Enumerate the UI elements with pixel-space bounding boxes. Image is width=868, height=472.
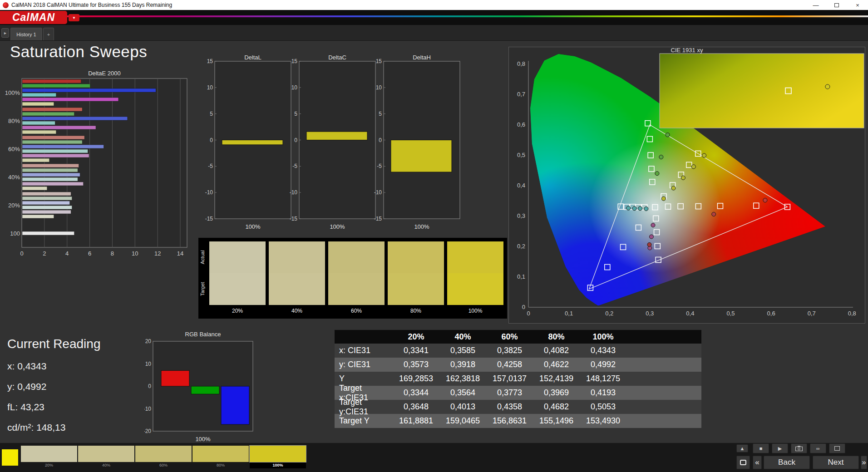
loop-button[interactable]: ∞ [810, 443, 826, 453]
actual-swatch [328, 241, 385, 273]
panel-toggle-button[interactable]: ▸ [1, 28, 9, 38]
deltac-chart: DeltaC151050-5-10-15100% [286, 53, 382, 236]
svg-text:-10: -10 [144, 406, 151, 412]
deltae-bar [22, 126, 96, 129]
table-cell: 0,4358 [486, 402, 533, 412]
pattern-swatch-20%[interactable]: 20% [21, 446, 77, 468]
logo-dropdown-button[interactable]: ▼ [69, 14, 79, 21]
swatch-column-40%: 40% [269, 241, 325, 314]
table-col-header: 40% [439, 332, 486, 342]
measurement-table: 20%40%60%80%100%x: CIE310,33410,35850,38… [335, 330, 701, 428]
play-button[interactable]: ▶ [772, 443, 788, 453]
pattern-swatch-60%[interactable]: 60% [135, 446, 192, 468]
cie-measured-point [671, 186, 676, 190]
window-titlebar: CalMAN 2018 CalMAN Ultimate for Business… [0, 0, 868, 10]
actual-swatch [388, 241, 444, 273]
pattern-swatch-40%[interactable]: 40% [78, 446, 134, 468]
pattern-swatch-100%[interactable]: 100% [250, 446, 306, 468]
bottom-bar: 20%40%60%80%100% ▲ ■ ▶ ∞ « Back Next » [0, 443, 868, 472]
cie-measured-point [644, 206, 648, 211]
svg-text:0: 0 [522, 304, 525, 310]
svg-text:0,8: 0,8 [848, 310, 856, 317]
camera-button[interactable] [791, 443, 807, 453]
deltae-bar [22, 168, 78, 172]
svg-text:0,8: 0,8 [517, 60, 525, 67]
svg-text:DeltaE 2000: DeltaE 2000 [88, 70, 121, 77]
deltae-bar [22, 117, 128, 120]
target-swatch [269, 273, 325, 305]
main-content: Saturation Sweeps DeltaE 200002468101214… [0, 41, 868, 443]
table-cell: 155,1496 [533, 416, 580, 426]
rgb-balance-chart: RGB Balance20100-10-20100% [144, 330, 267, 447]
rgb-bar-red [161, 370, 189, 386]
up-arrow-button[interactable]: ▲ [736, 444, 748, 452]
cie-measured-point [702, 153, 706, 157]
svg-text:-15: -15 [290, 216, 298, 222]
cie-measured-point [691, 165, 695, 169]
svg-text:0,5: 0,5 [726, 310, 735, 317]
table-cell: 159,0465 [439, 416, 486, 426]
deltae-bar [22, 98, 118, 101]
svg-text:100%: 100% [330, 223, 345, 230]
add-tab-button[interactable]: + [43, 28, 54, 40]
svg-text:12: 12 [154, 250, 161, 257]
svg-text:15: 15 [207, 58, 213, 64]
page-title: Saturation Sweeps [10, 43, 147, 61]
table-cell: 0,3564 [439, 388, 486, 398]
cie-measured-point [681, 176, 685, 180]
table-row-label: y: CIE31 [335, 360, 393, 369]
deltae-bar [22, 112, 74, 116]
table-cell: 157,0137 [486, 374, 533, 384]
svg-text:-10: -10 [374, 189, 382, 196]
pattern-swatch-80%[interactable]: 80% [192, 446, 249, 468]
maximize-button[interactable] [826, 0, 847, 10]
table-cell: 152,4139 [533, 374, 580, 384]
deltae-bar [22, 84, 90, 88]
table-cell: 0,3585 [439, 346, 486, 355]
svg-text:100%: 100% [414, 223, 429, 230]
swatch-label: 60% [135, 462, 192, 468]
app-window: CalMAN 2018 CalMAN Ultimate for Business… [0, 0, 868, 472]
table-cell: 161,8881 [393, 416, 439, 426]
deltaC-bar [306, 132, 367, 140]
table-cell: 156,8631 [486, 416, 533, 426]
rgb-bar-green [191, 386, 219, 394]
display-button[interactable] [829, 443, 845, 453]
svg-text:DeltaH: DeltaH [413, 54, 431, 61]
cie-measured-point [655, 172, 659, 176]
minimize-button[interactable]: — [805, 0, 826, 10]
table-cell: 148,1275 [580, 374, 626, 384]
close-button[interactable]: × [847, 0, 868, 10]
swatch-label: 40% [269, 308, 325, 314]
calman-logo: CalMAN [0, 11, 67, 24]
actual-swatch [447, 241, 503, 273]
cie-measured-point [666, 133, 670, 137]
svg-text:20: 20 [145, 338, 152, 344]
svg-text:-15: -15 [374, 216, 382, 222]
pattern-window-button[interactable] [736, 456, 750, 469]
tab-history[interactable]: History 1 [10, 28, 42, 40]
forward-skip-button[interactable]: » [861, 456, 867, 469]
cie-measured-point [649, 235, 653, 239]
svg-text:-10: -10 [290, 189, 298, 196]
deltaH-bar [391, 140, 452, 172]
table-col-header: 100% [580, 332, 626, 342]
swatch-label: 80% [388, 308, 444, 314]
back-button[interactable]: Back [764, 456, 810, 469]
stop-button[interactable]: ■ [753, 443, 769, 453]
svg-text:100%: 100% [245, 223, 261, 230]
reading-x: x: 0,4343 [7, 361, 143, 372]
back-skip-button[interactable]: « [753, 456, 762, 469]
rgb-bar-blue [221, 386, 249, 424]
svg-text:0: 0 [148, 383, 151, 389]
window-title: CalMAN 2018 CalMAN Ultimate for Business… [11, 2, 172, 8]
cie-measured-point [632, 206, 636, 211]
swatch-label: 100% [250, 462, 306, 468]
next-button[interactable]: Next [813, 456, 859, 469]
deltal-chart: DeltaL151050-5-10-15100% [202, 53, 297, 236]
svg-text:0: 0 [20, 250, 23, 257]
cie-measured-point [651, 223, 655, 227]
swatch-label: 60% [328, 308, 385, 314]
svg-text:100%: 100% [195, 436, 211, 442]
svg-text:0,6: 0,6 [517, 121, 525, 128]
